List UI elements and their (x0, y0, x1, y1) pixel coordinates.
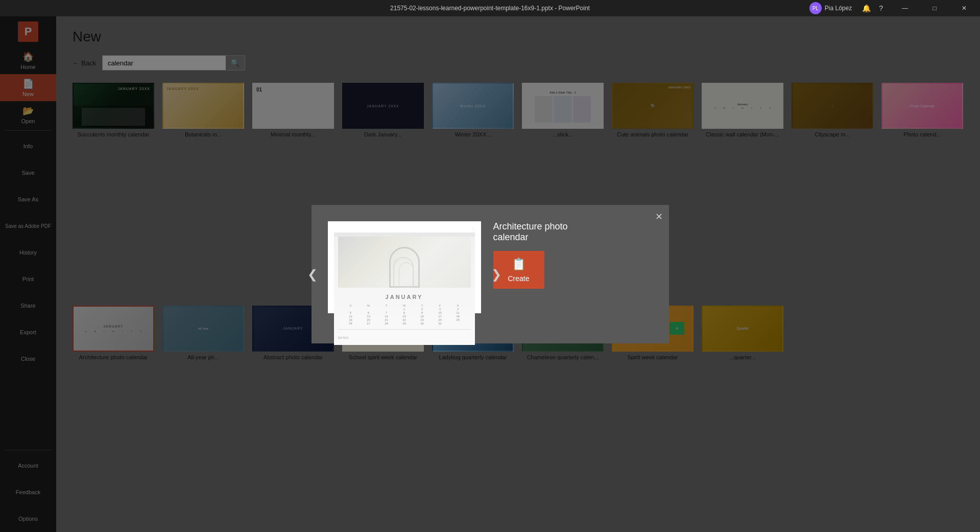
maximize-button[interactable]: □ (923, 0, 946, 16)
modal-overlay[interactable]: ✕ ❮ ⋮ (0, 16, 980, 532)
titlebar-icons: 🔔 ? (862, 4, 883, 12)
modal-prev-button[interactable]: ❮ (307, 267, 318, 282)
calendar-preview: ⋮ JANUARY (328, 221, 481, 313)
close-button[interactable]: ✕ (952, 0, 976, 16)
minimize-button[interactable]: — (893, 0, 917, 16)
create-label: Create (508, 274, 529, 283)
user-name: Pia López (825, 5, 852, 12)
help-icon[interactable]: ? (879, 4, 883, 12)
titlebar: 21575-02-lessons-learned-powerpoint-temp… (0, 0, 980, 16)
modal: ✕ ❮ ⋮ (312, 205, 669, 343)
avatar: PL (809, 2, 822, 14)
modal-info: Architecture photo calendar 📋 Create (493, 221, 595, 327)
titlebar-user[interactable]: PL Pia López (809, 2, 852, 14)
modal-close-button[interactable]: ✕ (655, 211, 663, 222)
modal-preview-content: ⋮ JANUARY (328, 221, 481, 327)
create-icon: 📋 (511, 257, 527, 271)
modal-next-button[interactable]: ❯ (491, 267, 501, 282)
modal-preview-area: ❮ ⋮ (328, 221, 481, 327)
modal-title: Architecture photo calendar (493, 221, 595, 243)
titlebar-title: 21575-02-lessons-learned-powerpoint-temp… (390, 5, 590, 12)
notifications-icon[interactable]: 🔔 (862, 4, 871, 12)
